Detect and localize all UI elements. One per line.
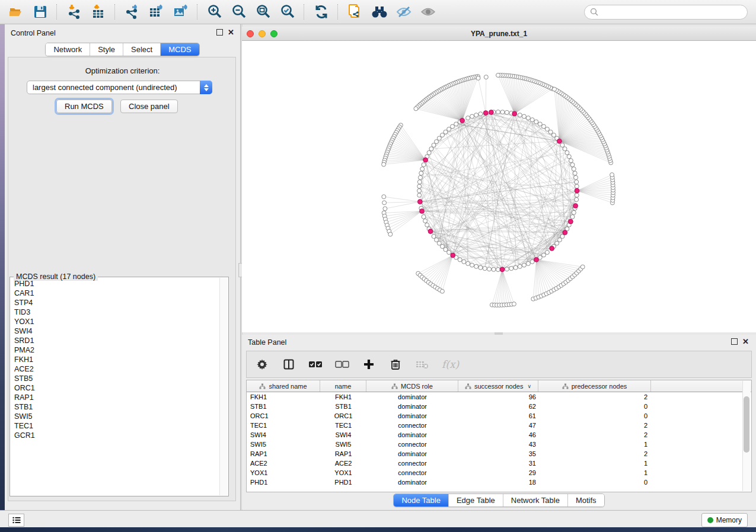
- mcds-result-item[interactable]: SWI4: [11, 326, 219, 336]
- column-header-mcds-role[interactable]: MCDS role: [366, 380, 458, 392]
- table-row[interactable]: ORC1ORC1dominator610: [247, 411, 751, 421]
- network-node: [441, 133, 445, 137]
- tab-select[interactable]: Select: [123, 43, 160, 56]
- tab-edge-table[interactable]: Edge Table: [448, 494, 503, 507]
- column-header-predecessor-nodes[interactable]: predecessor nodes: [538, 380, 651, 392]
- memory-button[interactable]: Memory: [701, 513, 748, 527]
- delete-table-button[interactable]: [415, 357, 429, 371]
- float-panel-icon[interactable]: [216, 29, 223, 36]
- zoom-fit-icon: [255, 4, 272, 20]
- mcds-result-item[interactable]: GCR1: [11, 431, 219, 440]
- column-header-shared-name[interactable]: shared name: [247, 380, 320, 392]
- mcds-result-item[interactable]: SRD1: [11, 336, 219, 345]
- table-row[interactable]: TEC1TEC1connector472: [247, 421, 751, 430]
- mcds-result-item[interactable]: RAP1: [11, 393, 219, 402]
- zoom-fit-button[interactable]: [251, 2, 275, 22]
- dominator-node: [557, 139, 562, 143]
- export-image-button[interactable]: [168, 2, 193, 22]
- network-canvas[interactable]: [242, 41, 756, 332]
- tab-mcds[interactable]: MCDS: [160, 43, 199, 56]
- network-node: [492, 267, 496, 271]
- network-node: [496, 73, 500, 78]
- zoom-out-button[interactable]: [227, 2, 251, 22]
- table-row[interactable]: SWI5SWI5connector431: [247, 440, 751, 449]
- table-panel-title: Table Panel: [248, 338, 286, 347]
- table-settings-button[interactable]: [255, 357, 269, 371]
- table-row[interactable]: STB1STB1dominator620: [247, 402, 751, 411]
- network-node: [570, 214, 575, 219]
- add-column-button[interactable]: [362, 357, 376, 371]
- mcds-result-item[interactable]: PMA2: [11, 345, 219, 355]
- export-network-button[interactable]: [120, 2, 144, 22]
- table-row[interactable]: SWI4SWI4dominator462: [247, 430, 751, 440]
- tab-node-table[interactable]: Node Table: [394, 494, 448, 507]
- search-input[interactable]: [601, 7, 742, 17]
- network-node: [425, 223, 429, 227]
- table-row[interactable]: RAP1RAP1dominator352: [247, 449, 751, 459]
- zoom-selected-button[interactable]: [275, 2, 299, 22]
- mcds-result-item[interactable]: TEC1: [11, 421, 219, 431]
- float-table-panel-icon[interactable]: [731, 338, 738, 345]
- refresh-icon: [313, 4, 330, 20]
- mcds-result-list[interactable]: PHD1CAR1STP4TID3YOX1SWI4SRD1PMA2FKH1ACE2…: [11, 279, 219, 495]
- zoom-in-button[interactable]: [202, 2, 227, 22]
- open-file-button[interactable]: [4, 2, 28, 22]
- import-network-button[interactable]: [62, 2, 86, 22]
- mcds-result-item[interactable]: SWI5: [11, 412, 219, 421]
- table-row[interactable]: FKH1FKH1dominator962: [247, 392, 751, 402]
- deselect-all-rows-button[interactable]: [335, 357, 349, 371]
- select-all-rows-button[interactable]: [308, 357, 323, 371]
- network-window-titlebar[interactable]: YPA_prune.txt_1: [242, 27, 756, 41]
- table-scrollbar[interactable]: [742, 381, 751, 491]
- close-panel-icon[interactable]: ✕: [228, 30, 234, 35]
- control-panel-title: Control Panel: [11, 29, 56, 37]
- share-document-button[interactable]: [343, 2, 367, 22]
- table-scrollbar-thumb[interactable]: [744, 396, 749, 453]
- eye-slash-icon: [395, 5, 413, 19]
- network-node: [422, 214, 426, 219]
- run-mcds-button[interactable]: Run MCDS: [56, 100, 112, 113]
- import-table-button[interactable]: [86, 2, 110, 22]
- status-bar: Memory: [0, 510, 756, 527]
- close-panel-button[interactable]: Close panel: [120, 100, 178, 113]
- mcds-result-item[interactable]: ORC1: [11, 383, 219, 393]
- network-node: [509, 267, 513, 271]
- delete-column-button[interactable]: [388, 357, 403, 371]
- tab-network[interactable]: Network: [46, 43, 90, 56]
- mcds-result-item[interactable]: STP4: [11, 298, 219, 307]
- hide-panel-button[interactable]: [391, 2, 416, 22]
- table-row[interactable]: ACE2ACE2connector311: [247, 459, 751, 468]
- mcds-result-item[interactable]: TID3: [11, 307, 219, 317]
- mcds-result-item[interactable]: PHD1: [11, 279, 219, 289]
- mcds-result-item[interactable]: ACE2: [11, 364, 219, 374]
- export-table-button[interactable]: [144, 2, 168, 22]
- mcds-result-item[interactable]: YOX1: [11, 317, 219, 326]
- function-builder-button[interactable]: f(x): [442, 358, 459, 370]
- mcds-result-item[interactable]: CAR1: [11, 289, 219, 298]
- table-cell: connector: [366, 469, 458, 476]
- tab-style[interactable]: Style: [90, 43, 123, 56]
- mcds-result-item[interactable]: STB1: [11, 402, 219, 412]
- search-box[interactable]: [584, 5, 748, 20]
- tab-motifs[interactable]: Motifs: [567, 494, 604, 507]
- mcds-result-item[interactable]: STB5: [11, 374, 219, 383]
- network-node: [382, 195, 386, 199]
- network-graph[interactable]: [242, 41, 756, 332]
- show-panel-button[interactable]: [416, 2, 440, 22]
- tab-network-table[interactable]: Network Table: [503, 494, 567, 507]
- table-row[interactable]: YOX1YOX1connector291: [247, 468, 751, 477]
- column-header-successor-nodes[interactable]: successor nodes ∨: [458, 380, 538, 392]
- column-header-name[interactable]: name: [320, 380, 366, 392]
- table-row[interactable]: PHD1PHD1dominator180: [247, 477, 751, 487]
- mcds-result-item[interactable]: FKH1: [11, 355, 219, 364]
- task-history-button[interactable]: [8, 514, 24, 527]
- network-node: [572, 210, 576, 214]
- network-node: [458, 258, 462, 262]
- save-session-button[interactable]: [28, 2, 52, 22]
- search-network-button[interactable]: [367, 2, 391, 22]
- refresh-button[interactable]: [309, 2, 333, 22]
- optimization-criterion-select[interactable]: largest connected component (undirected): [27, 81, 212, 94]
- close-table-panel-icon[interactable]: ✕: [742, 339, 749, 344]
- show-columns-button[interactable]: [282, 357, 296, 371]
- mcds-result-scrollbar[interactable]: [219, 278, 228, 495]
